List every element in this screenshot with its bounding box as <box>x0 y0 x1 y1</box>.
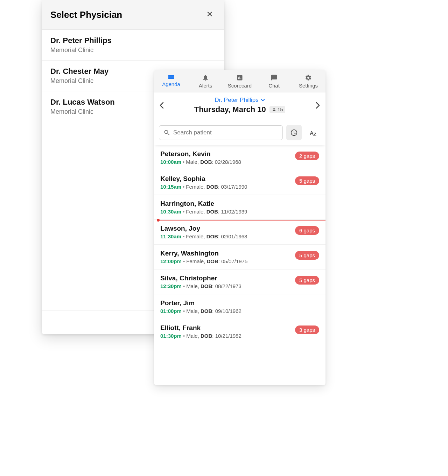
tab-label: Alerts <box>188 83 223 89</box>
appointment-time: 10:00am <box>160 159 181 165</box>
agenda-panel: Agenda Alerts Scorecard Chat Settings Dr… <box>154 70 326 385</box>
svg-rect-3 <box>238 77 239 79</box>
appointment-meta: 01:30pm•Male, DOB: 10/21/1982 <box>160 333 241 339</box>
patient-dob: 05/07/1975 <box>221 258 247 264</box>
physician-item-clinic: Memorial Clinic <box>50 47 216 54</box>
appointment-time: 12:30pm <box>160 283 182 289</box>
clock-icon <box>290 129 298 136</box>
physician-item-name: Dr. Peter Phillips <box>50 36 216 45</box>
svg-rect-4 <box>239 77 240 79</box>
dob-label: DOB <box>207 258 218 264</box>
appointment-time: 01:30pm <box>160 333 182 339</box>
appointment-meta: 12:30pm•Male, DOB: 08/22/1973 <box>160 283 241 289</box>
svg-rect-1 <box>168 77 174 79</box>
chevron-left-icon <box>160 102 164 109</box>
svg-rect-5 <box>241 78 241 79</box>
physician-dropdown[interactable]: Dr. Peter Phillips <box>215 97 265 104</box>
appointment-time: 12:00pm <box>160 258 182 264</box>
patient-sex: Male <box>186 308 198 314</box>
patient-sex: Female <box>186 184 203 190</box>
patient-name: Peterson, Kevin <box>160 150 241 158</box>
dob-label: DOB <box>206 184 218 190</box>
appointment-meta: 10:15am•Female, DOB: 03/17/1990 <box>160 184 247 190</box>
patient-dob: 10/21/1982 <box>215 333 241 339</box>
dob-label: DOB <box>201 333 212 339</box>
patient-name: Kerry, Washington <box>160 250 247 257</box>
appointment-time: 11:30am <box>160 233 181 239</box>
appointment-item[interactable]: Porter, Jim01:00pm•Male, DOB: 09/10/1962 <box>154 294 326 319</box>
tab-chat[interactable]: Chat <box>257 70 291 92</box>
bell-icon <box>202 74 209 81</box>
patient-name: Silva, Christopher <box>160 274 241 282</box>
dob-label: DOB <box>201 308 212 314</box>
sort-time-button[interactable] <box>286 125 302 140</box>
select-physician-title: Select Physician <box>50 9 122 20</box>
appointment-item[interactable]: Lawson, Joy11:30am•Female, DOB: 02/01/19… <box>154 220 326 245</box>
patient-name: Elliott, Frank <box>160 324 241 332</box>
chat-icon <box>271 74 278 81</box>
prev-day-button[interactable] <box>155 98 168 114</box>
patient-sex: Female <box>186 209 203 215</box>
az-icon: AZ <box>310 130 316 136</box>
appointment-meta: 01:00pm•Male, DOB: 09/10/1962 <box>160 308 241 314</box>
gaps-badge: 5 gaps <box>295 276 319 285</box>
appointment-meta: 10:00am•Male, DOB: 02/28/1968 <box>160 159 241 165</box>
person-icon <box>272 107 276 112</box>
gaps-badge: 6 gaps <box>295 226 319 235</box>
appointment-meta: 10:30am•Female, DOB: 11/02/1939 <box>160 209 247 215</box>
dob-label: DOB <box>206 209 218 215</box>
search-input[interactable] <box>173 129 278 136</box>
agenda-header: Dr. Peter Phillips Thursday, March 10 15 <box>154 92 326 120</box>
next-day-button[interactable] <box>312 98 324 114</box>
agenda-date: Thursday, March 10 <box>194 105 266 114</box>
appointment-item[interactable]: Silva, Christopher12:30pm•Male, DOB: 08/… <box>154 270 326 294</box>
search-box[interactable] <box>159 125 283 140</box>
tab-settings[interactable]: Settings <box>291 70 326 92</box>
patient-name: Lawson, Joy <box>160 225 247 232</box>
gaps-badge: 5 gaps <box>295 251 319 260</box>
appointment-time: 01:00pm <box>160 308 182 314</box>
appointment-item[interactable]: Elliott, Frank01:30pm•Male, DOB: 10/21/1… <box>154 319 326 344</box>
tab-scorecard[interactable]: Scorecard <box>223 70 257 92</box>
dob-label: DOB <box>201 283 212 289</box>
appointment-meta: 11:30am•Female, DOB: 02/01/1963 <box>160 233 247 239</box>
tab-bar: Agenda Alerts Scorecard Chat Settings <box>154 70 326 92</box>
patient-dob: 08/22/1973 <box>215 283 241 289</box>
patient-dob: 09/10/1962 <box>215 308 241 314</box>
patient-sex: Male <box>186 333 198 339</box>
search-row: AZ <box>154 120 326 145</box>
physician-item[interactable]: Dr. Peter PhillipsMemorial Clinic <box>42 30 224 61</box>
gaps-badge: 3 gaps <box>295 326 319 334</box>
patient-dob: 11/02/1939 <box>221 209 247 215</box>
sort-alpha-button[interactable]: AZ <box>305 125 321 140</box>
close-icon[interactable] <box>204 9 216 20</box>
physician-name: Dr. Peter Phillips <box>215 97 259 104</box>
appointment-item[interactable]: Kerry, Washington12:00pm•Female, DOB: 05… <box>154 245 326 270</box>
appointment-list[interactable]: Peterson, Kevin10:00am•Male, DOB: 02/28/… <box>154 145 326 385</box>
appointment-item[interactable]: Kelley, Sophia10:15am•Female, DOB: 03/17… <box>154 170 326 195</box>
chart-icon <box>236 74 243 81</box>
tab-label: Chat <box>257 83 291 89</box>
dob-label: DOB <box>200 159 212 165</box>
patient-sex: Male <box>186 283 198 289</box>
patient-name: Kelley, Sophia <box>160 175 247 183</box>
patient-name: Porter, Jim <box>160 299 241 307</box>
appointment-count-badge: 15 <box>270 106 286 113</box>
tab-label: Scorecard <box>223 83 257 89</box>
gaps-badge: 5 gaps <box>295 176 319 185</box>
patient-sex: Female <box>186 233 203 239</box>
tab-label: Agenda <box>154 81 188 87</box>
gear-icon <box>305 74 312 81</box>
patient-name: Harrington, Katie <box>160 200 247 208</box>
appointment-item[interactable]: Peterson, Kevin10:00am•Male, DOB: 02/28/… <box>154 145 326 170</box>
tab-agenda[interactable]: Agenda <box>154 70 188 92</box>
appointment-item[interactable]: Harrington, Katie10:30am•Female, DOB: 11… <box>154 195 326 220</box>
tab-alerts[interactable]: Alerts <box>188 70 223 92</box>
appointment-time: 10:30am <box>160 209 181 215</box>
svg-rect-0 <box>168 75 174 77</box>
patient-dob: 02/28/1968 <box>215 159 241 165</box>
patient-sex: Female <box>186 258 204 264</box>
chevron-right-icon <box>316 102 320 109</box>
gaps-badge: 2 gaps <box>295 152 319 160</box>
chevron-down-icon <box>261 99 265 102</box>
